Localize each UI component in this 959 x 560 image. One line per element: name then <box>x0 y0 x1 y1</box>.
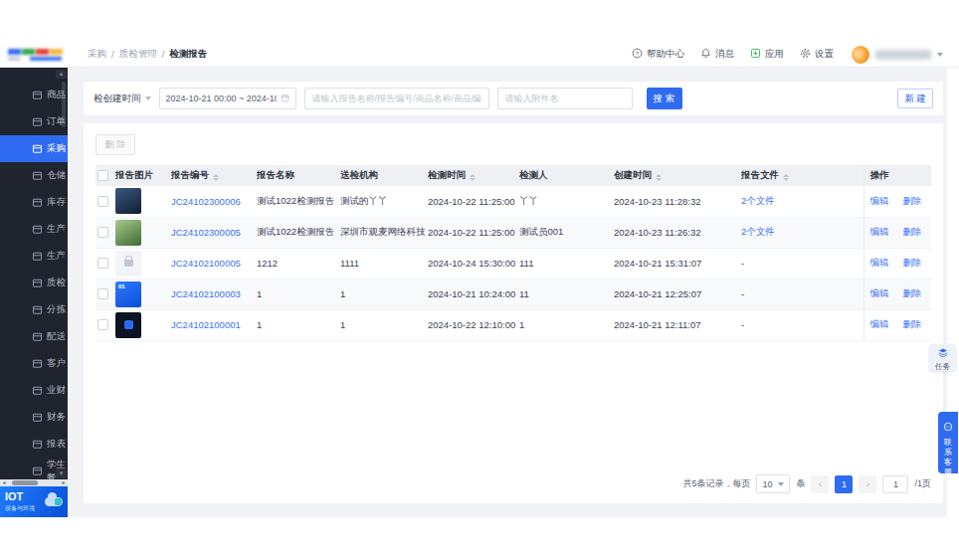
report-icon <box>32 439 43 450</box>
delete-link[interactable]: 删除 <box>903 257 922 268</box>
search-button[interactable]: 搜 索 <box>647 88 682 109</box>
report-image-placeholder[interactable] <box>115 251 141 277</box>
chevron-down-icon[interactable] <box>145 96 151 100</box>
nav-settings[interactable]: 设置 <box>800 48 834 61</box>
inspection-org: 1 <box>340 319 345 330</box>
column-header-报告文件[interactable]: 报告文件 <box>741 165 863 186</box>
inspection-org: 1 <box>340 288 345 299</box>
report-image-illustration[interactable] <box>115 220 141 246</box>
report-files[interactable]: 2个文件 <box>741 195 775 206</box>
report-files[interactable]: 2个文件 <box>741 226 775 237</box>
edit-link[interactable]: 编辑 <box>870 226 889 237</box>
edit-link[interactable]: 编辑 <box>870 318 889 329</box>
attachment-input[interactable] <box>497 88 633 109</box>
report-image-cover[interactable]: 01 <box>115 281 141 307</box>
avatar[interactable] <box>852 46 869 64</box>
next-page-button[interactable]: › <box>859 475 876 493</box>
nav-help-center[interactable]: ?帮助中心 <box>632 48 684 61</box>
production-icon <box>32 224 43 235</box>
row-checkbox[interactable] <box>97 258 108 269</box>
delete-link[interactable]: 删除 <box>903 318 922 329</box>
prev-page-button[interactable]: ‹ <box>811 475 829 493</box>
app-logo[interactable] <box>8 49 70 61</box>
row-checkbox[interactable] <box>97 319 108 330</box>
row-checkbox[interactable] <box>97 227 108 238</box>
edit-link[interactable]: 编辑 <box>870 257 889 268</box>
sidebar-item-财务[interactable]: 财务› <box>0 404 68 431</box>
column-label: 检测人 <box>519 169 548 180</box>
report-number-link[interactable]: JC24102100005 <box>171 258 241 269</box>
select-all-header <box>96 165 115 186</box>
sidebar-item-生产[interactable]: 生产› <box>0 243 68 270</box>
gear-icon <box>800 48 811 61</box>
lock-icon <box>124 260 133 267</box>
chevron-right-icon: › <box>62 413 65 422</box>
delete-link[interactable]: 删除 <box>903 195 922 206</box>
report-number-link[interactable]: JC24102100001 <box>171 319 241 330</box>
sidebar-item-分拣[interactable]: 分拣› <box>0 296 68 323</box>
scroll-left-icon[interactable]: ◂ <box>0 479 8 486</box>
sort-carets-icon[interactable] <box>783 174 789 181</box>
date-range-input[interactable]: 2024-10-21 00:00 ~ 2024-10-27 24:00 <box>159 88 296 109</box>
column-header-创建时间[interactable]: 创建时间 <box>614 165 741 186</box>
delete-button[interactable]: 删 除 <box>96 134 135 155</box>
keyword-input[interactable] <box>304 88 489 109</box>
sidebar-item-仓储[interactable]: 仓储› <box>0 162 68 189</box>
select-all-checkbox[interactable] <box>97 170 108 181</box>
nav-apps[interactable]: 应用 <box>750 48 784 61</box>
sidebar-item-业财[interactable]: 业财› <box>0 377 68 404</box>
breadcrumb-item[interactable]: 质检管理 <box>119 48 157 61</box>
sort-carets-icon[interactable] <box>213 174 219 181</box>
report-image-logo[interactable] <box>115 312 141 338</box>
hscrollbar-thumb[interactable] <box>12 480 38 485</box>
pagination-unit: 条 <box>796 477 805 490</box>
report-number-link[interactable]: JC24102300006 <box>171 196 241 207</box>
report-number-link[interactable]: JC24102300005 <box>171 227 241 238</box>
report-number-link[interactable]: JC24102100003 <box>171 288 241 299</box>
sidebar-item-报表[interactable]: 报表› <box>0 431 68 458</box>
apps-icon <box>750 48 761 61</box>
task-widget[interactable]: 任务 <box>929 344 956 371</box>
sidebar-item-质检[interactable]: 质检› <box>0 270 68 296</box>
sidebar-scroll-up-arrow[interactable]: ▲ <box>56 70 67 79</box>
sort-carets-icon[interactable] <box>656 174 662 181</box>
topbar-nav: ?帮助中心消息应用设置 <box>632 48 834 61</box>
column-header-检测时间[interactable]: 检测时间 <box>428 165 519 186</box>
chevron-right-icon: › <box>62 91 65 99</box>
chevron-right-icon: › <box>62 198 65 207</box>
sidebar-item-订单[interactable]: 订单› <box>0 108 68 135</box>
nav-label: 消息 <box>715 48 734 61</box>
column-header-操作: 操作 <box>863 165 931 186</box>
customer-service-tab[interactable]: 联系客服 <box>938 412 958 473</box>
sidebar-item-配送[interactable]: 配送› <box>0 323 68 350</box>
sidebar-hscrollbar[interactable]: ◂ ▸ <box>0 479 68 486</box>
page-size-select[interactable]: 10 <box>756 474 790 493</box>
new-button[interactable]: 新 建 <box>897 89 933 108</box>
delete-link[interactable]: 删除 <box>903 226 922 237</box>
inspection-org: 深圳市观麦网络科技 <box>340 226 426 237</box>
report-image-portrait[interactable] <box>115 188 141 214</box>
date-field-selector[interactable]: 检创建时间 <box>94 93 141 105</box>
row-checkbox[interactable] <box>97 196 108 207</box>
sidebar-item-商品[interactable]: 商品› <box>0 82 68 108</box>
nav-messages[interactable]: 消息 <box>700 48 734 61</box>
sidebar-item-库存[interactable]: 库存› <box>0 189 68 216</box>
page-jump-input[interactable]: 1 <box>882 475 908 493</box>
delete-link[interactable]: 删除 <box>903 287 922 298</box>
column-header-送检机构: 送检机构 <box>340 165 428 186</box>
table-row: JC24102300005测试1022检测报告深圳市观麦网络科技2024-10-… <box>96 217 931 248</box>
sidebar-item-生产[interactable]: 生产› <box>0 216 68 243</box>
sidebar-item-采购[interactable]: 采购› <box>0 135 68 162</box>
page-1-button[interactable]: 1 <box>835 475 853 493</box>
sidebar-item-客户[interactable]: 客户› <box>0 350 68 377</box>
row-checkbox[interactable] <box>97 288 108 299</box>
edit-link[interactable]: 编辑 <box>870 195 889 206</box>
sidebar-scroll-down-arrow[interactable]: ▼ <box>56 469 67 478</box>
column-header-报告编号[interactable]: 报告编号 <box>171 165 257 186</box>
scroll-right-icon[interactable]: ▸ <box>60 479 68 486</box>
iot-banner[interactable]: IOT 设备与环境 <box>0 486 68 517</box>
user-menu[interactable] <box>852 46 943 64</box>
edit-link[interactable]: 编辑 <box>870 287 889 298</box>
sort-carets-icon[interactable] <box>470 174 476 181</box>
breadcrumb-item[interactable]: 采购 <box>88 48 106 61</box>
